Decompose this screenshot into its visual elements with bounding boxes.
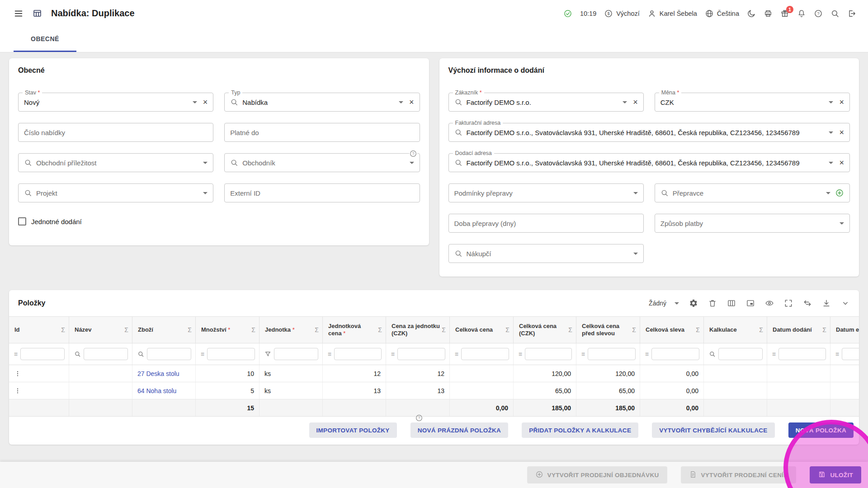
import-items-button[interactable]: IMPORTOVAT POLOŽKY	[309, 422, 397, 438]
clear-icon[interactable]: ×	[409, 98, 414, 106]
column-header[interactable]: ZbožíΣ	[132, 317, 196, 343]
swap-horizontal-icon[interactable]	[803, 299, 812, 308]
clear-icon[interactable]: ×	[633, 98, 638, 106]
aggregate-icon[interactable]: Σ	[822, 326, 826, 333]
column-header[interactable]: Datum expedicΣ	[830, 317, 859, 343]
clear-icon[interactable]: ×	[839, 98, 844, 106]
equals-operator-icon[interactable]: =	[519, 351, 522, 358]
filter-input[interactable]	[207, 348, 255, 360]
filter-input[interactable]	[84, 348, 128, 360]
aggregate-icon[interactable]: Σ	[315, 326, 319, 333]
aggregate-icon[interactable]: Σ	[759, 326, 763, 333]
chevron-down-icon[interactable]	[623, 101, 627, 103]
single-delivery-checkbox-row[interactable]: Jednotné dodání	[18, 217, 82, 225]
equals-operator-icon[interactable]: =	[772, 351, 776, 358]
shipping-time-field[interactable]: Doba přepravy (dny)	[448, 214, 644, 233]
user-menu[interactable]: Karel Šebela	[647, 9, 697, 18]
new-item-button[interactable]: NOVÁ POLOŽKA	[788, 422, 854, 438]
aggregation-selector[interactable]: Žádný	[649, 300, 679, 307]
tab-obecne[interactable]: OBECNÉ	[14, 27, 76, 52]
columns-icon[interactable]	[727, 299, 736, 308]
payment-method-field[interactable]: Způsob platby	[655, 214, 850, 233]
billing-address-field[interactable]: Fakturační adresa Factorify DEMO s.r.o.,…	[448, 123, 850, 142]
chevron-down-icon[interactable]	[633, 192, 638, 194]
equals-operator-icon[interactable]: =	[391, 351, 395, 358]
type-field[interactable]: Typ Nabídka ×	[224, 93, 420, 112]
equals-operator-icon[interactable]: =	[581, 351, 585, 358]
filter-input[interactable]	[20, 348, 65, 360]
add-items-and-calculations-button[interactable]: PŘIDAT POLOŽKY A KALKULACE	[522, 422, 638, 438]
currency-field[interactable]: Měna * CZK ×	[655, 93, 850, 112]
shipping-address-field[interactable]: Dodací adresa Factorify DEMO s.r.o., Sva…	[448, 153, 850, 172]
column-header[interactable]: NázevΣ	[69, 317, 132, 343]
equals-operator-icon[interactable]: =	[14, 351, 18, 358]
external-id-field[interactable]: Externí ID	[224, 183, 420, 202]
aggregate-icon[interactable]: Σ	[442, 326, 446, 333]
salesperson-field[interactable]: ? Obchodník	[224, 153, 420, 172]
project-field[interactable]: Projekt	[18, 183, 213, 202]
quote-number-field[interactable]: Číslo nabídky	[18, 123, 213, 142]
valid-until-field[interactable]: Platné do	[224, 123, 420, 142]
carrier-field[interactable]: Přepravce	[655, 183, 850, 202]
item-link[interactable]: 27 Deska stolu	[137, 370, 179, 377]
column-header[interactable]: Cena za jednotku (CZK)Σ	[386, 317, 450, 343]
chevron-down-icon[interactable]	[399, 101, 403, 103]
business-opportunity-field[interactable]: Obchodní příležitost	[18, 153, 213, 172]
equals-operator-icon[interactable]: =	[201, 351, 204, 358]
gifts-button[interactable]: 1	[780, 9, 789, 18]
filter-input[interactable]	[397, 348, 445, 360]
table-row[interactable]: 64 Noha stolu5ks131365,0065,000,00	[9, 382, 859, 399]
help-icon[interactable]: ?	[415, 414, 423, 422]
row-menu-icon[interactable]	[14, 387, 21, 394]
aggregate-icon[interactable]: Σ	[568, 326, 572, 333]
aggregate-icon[interactable]: Σ	[124, 326, 128, 333]
item-link[interactable]: 64 Noha stolu	[137, 387, 176, 394]
column-header[interactable]: Celková cena před slevouΣ	[576, 317, 640, 343]
column-header[interactable]: Množství *Σ	[196, 317, 259, 343]
aggregate-icon[interactable]: Σ	[378, 326, 382, 333]
aggregate-icon[interactable]: Σ	[696, 326, 700, 333]
help-icon[interactable]: ?	[814, 9, 823, 18]
profile-selector[interactable]: $ Výchozí	[604, 9, 640, 18]
filter-input[interactable]	[334, 348, 382, 360]
visibility-icon[interactable]	[765, 299, 774, 308]
table-row[interactable]: 27 Deska stolu10ks1212120,00120,000,00	[9, 365, 859, 382]
column-header[interactable]: Jednotková cena *Σ	[323, 317, 386, 343]
aggregate-icon[interactable]: Σ	[632, 326, 636, 333]
filter-input[interactable]	[651, 348, 699, 360]
column-header[interactable]: Jednotka *Σ	[259, 317, 323, 343]
customer-field[interactable]: Zákazník * Factorify DEMO s.r.o. ×	[448, 93, 644, 112]
aggregate-icon[interactable]: Σ	[61, 326, 65, 333]
search-icon[interactable]	[709, 351, 716, 357]
table-icon[interactable]	[33, 9, 42, 18]
chevron-down-icon[interactable]	[826, 192, 830, 194]
add-carrier-icon[interactable]	[835, 188, 844, 197]
column-header[interactable]: Datum dodáníΣ	[767, 317, 830, 343]
status-field[interactable]: Stav * Nový ×	[18, 93, 213, 112]
menu-icon[interactable]	[14, 9, 24, 19]
aggregate-icon[interactable]: Σ	[505, 326, 509, 333]
chevron-down-icon[interactable]	[840, 222, 844, 225]
row-menu-icon[interactable]	[14, 370, 21, 377]
buyer-field[interactable]: Nákupčí	[448, 244, 644, 263]
column-header[interactable]: Celková slevaΣ	[640, 317, 704, 343]
filter-input[interactable]	[778, 348, 826, 360]
filter-input[interactable]	[461, 348, 509, 360]
search-icon[interactable]	[830, 9, 840, 18]
clear-icon[interactable]: ×	[839, 159, 844, 167]
clear-icon[interactable]: ×	[839, 128, 844, 136]
print-queue-icon[interactable]	[764, 9, 773, 18]
collapse-icon[interactable]	[841, 299, 850, 308]
dark-mode-icon[interactable]	[747, 9, 756, 18]
column-header[interactable]: Celková cena (CZK)Σ	[514, 317, 576, 343]
aggregate-icon[interactable]: Σ	[188, 326, 192, 333]
fullscreen-icon[interactable]	[784, 299, 793, 308]
equals-operator-icon[interactable]: =	[455, 351, 458, 358]
save-button[interactable]: ULOŽIT	[810, 466, 861, 483]
column-header[interactable]: KalkulaceΣ	[704, 317, 767, 343]
download-icon[interactable]	[822, 299, 831, 308]
chevron-down-icon[interactable]	[410, 162, 414, 164]
help-icon[interactable]: ?	[409, 150, 417, 158]
create-sales-order-button[interactable]: VYTVOŘIT PRODEJNÍ OBJEDNÁVKU	[527, 466, 667, 483]
language-selector[interactable]: Čeština	[705, 9, 739, 18]
